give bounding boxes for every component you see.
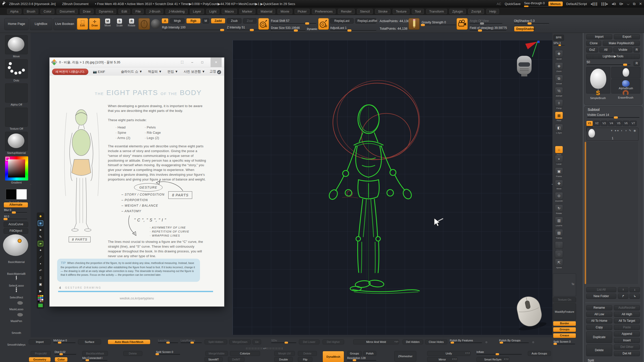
shelf-item[interactable]: Move [5, 35, 28, 58]
shelf-icon-button[interactable]: ⌖ Local [554, 155, 564, 165]
shelf-item-small[interactable]: SelectLasso [5, 276, 28, 287]
shelf-button[interactable]: Double [274, 357, 293, 362]
annotation-tool-button[interactable]: ▶ [38, 288, 43, 294]
duplicate-button[interactable]: Duplicate [586, 331, 612, 343]
menu-item[interactable]: Stroke [375, 9, 391, 14]
menu-item[interactable]: Transform [426, 9, 447, 14]
home-page-button[interactable]: Home Page [4, 18, 29, 30]
viewer-fullscreen-button[interactable]: ⛶ [178, 58, 186, 67]
shelf-icon-button[interactable]: ⌂ Gxyz [554, 146, 564, 156]
shelf-button[interactable]: Auto Groups [528, 351, 551, 356]
main-color-swatch[interactable] [6, 189, 16, 200]
m-toggle[interactable]: M [202, 18, 209, 24]
shelf-icon-button[interactable]: ◧ L.Sym [554, 124, 564, 134]
del-other-button[interactable]: Del Other [614, 344, 640, 350]
collapse-left-tray-icon[interactable]: ◂∥∥∥ [590, 2, 597, 6]
accucurve-button[interactable]: AccuCurve [4, 222, 28, 227]
subtool-tab[interactable]: V1 [586, 121, 593, 126]
camera-icon[interactable] [457, 18, 468, 30]
draw-size-slider[interactable]: Draw Size 533.19946 [271, 26, 306, 31]
shelf-button[interactable]: ZRemesher [394, 351, 416, 361]
shelf-button[interactable]: Del Higher [323, 339, 344, 344]
secondary-color-swatch[interactable] [16, 189, 27, 200]
mask-by-feature-button[interactable]: MaskByFeature [553, 303, 576, 320]
angle-of-view-slider[interactable]: Angle Of View [470, 19, 502, 24]
visible-count-slider[interactable]: Visible Count 14 [587, 113, 639, 118]
palette-color[interactable] [38, 301, 39, 302]
shelf-icon-button[interactable]: ░ Ghost [554, 241, 564, 251]
annotation-tool-button[interactable]: ➤ [38, 227, 43, 233]
shelf-slider[interactable]: Resolution 128 [347, 356, 376, 361]
see-through-slider[interactable]: See-through 0 [524, 1, 545, 7]
border-button[interactable]: Border [553, 321, 576, 326]
shelf-button[interactable]: MergeVisible [205, 351, 228, 356]
replay-last-button[interactable]: ReplayLast [330, 18, 354, 24]
new-folder-button[interactable]: New Folder [586, 294, 616, 299]
color-palette-grid[interactable] [38, 295, 43, 302]
menu-item[interactable]: Zscript [468, 9, 484, 14]
ac-toggle[interactable]: AC [497, 2, 501, 6]
menu-item[interactable]: Picker [295, 9, 310, 14]
shelf-slider[interactable]: Polish By Features [450, 339, 482, 343]
viewer-exif-button[interactable]: 📷 EXIF [93, 70, 105, 74]
annotation-tool-button[interactable]: ✦ [38, 248, 43, 253]
front-color-swatch[interactable]: A [162, 18, 169, 24]
palette-color[interactable] [42, 299, 43, 300]
shelf-item[interactable]: Dots [5, 59, 28, 82]
shelf-button[interactable]: MirrorX Y Z [427, 357, 457, 362]
menu-item[interactable]: J-Modeling [166, 9, 188, 14]
palette-color[interactable] [40, 299, 42, 300]
active-color-swatch[interactable] [38, 303, 43, 307]
tray-right-icon[interactable]: ⧉▸ [619, 2, 623, 6]
shelf-button[interactable]: Polish [363, 351, 376, 356]
menu-item[interactable]: J-Brush [146, 9, 163, 14]
shelf-slider[interactable]: SDiv [271, 339, 296, 343]
lightbox-tools-button[interactable]: Lightbox▶Tools [586, 54, 640, 59]
slider-r-button[interactable]: R [633, 61, 640, 66]
move-into-folder-button[interactable]: ↳ [629, 294, 640, 299]
viewer-minimize-button[interactable]: – [188, 58, 196, 67]
palette-color[interactable] [40, 301, 42, 302]
focal-shift-slider[interactable]: Focal Shift 57 [271, 19, 316, 24]
default-zscript-button[interactable]: DefaultZScript [566, 2, 587, 6]
rename-button[interactable]: Rename [586, 305, 612, 310]
shelf-item-small[interactable]: BasicMaterial [5, 252, 28, 263]
append-button[interactable]: Append [614, 331, 640, 337]
move-out-folder-button[interactable]: ↱ [618, 294, 628, 299]
menu-item[interactable]: Draw [80, 9, 94, 14]
annotation-tool-button[interactable]: ✎ [38, 234, 43, 240]
copy-subtool-button[interactable]: Copy [586, 325, 612, 330]
simplebrush-thumbnail[interactable]: S SimpleBrush [586, 89, 610, 103]
goz-r-button[interactable]: R [633, 47, 640, 53]
all-high-button[interactable]: All High [614, 312, 640, 317]
palette-color[interactable] [42, 301, 43, 302]
shelf-slider[interactable]: Polish By Groups [499, 339, 529, 343]
shelf-item[interactable]: Texture Off [5, 108, 28, 130]
polish-mode-dot[interactable] [532, 341, 535, 344]
draw-size-icon[interactable]: D [318, 18, 329, 30]
menu-item[interactable]: Stencil [357, 9, 373, 14]
color-picker[interactable]: Gradient [5, 156, 28, 184]
annotation-tool-button[interactable]: ◉ [38, 220, 43, 226]
menu-item[interactable]: Brush [24, 9, 38, 14]
rgb-toggle[interactable]: Rgb [186, 18, 201, 24]
paste-subtool-button[interactable]: Paste [614, 325, 640, 330]
all-to-home-button[interactable]: All To Home [586, 318, 612, 324]
subtool-tab[interactable]: V7 [630, 121, 637, 126]
shelf-button[interactable]: Uv [253, 339, 261, 344]
menu-item[interactable]: File [132, 9, 144, 14]
menu-item[interactable]: Movie [277, 9, 292, 14]
shelf-icon-button[interactable]: ◊ Persp [554, 99, 564, 109]
edit-mode-button[interactable]: ⬚ Edit [77, 18, 88, 30]
alternate-button[interactable]: Alternate [4, 202, 28, 208]
export-button[interactable]: Export [614, 34, 640, 39]
menu-item[interactable]: Zplugin [449, 9, 466, 14]
goz-button[interactable]: GoZ [586, 47, 598, 53]
honeyview-window[interactable]: 0 - 비율, 리듬 > 1 (9).jpg [1/20] - 꿀뷰 5.35 … [49, 57, 224, 307]
menu-item[interactable]: Tool [412, 9, 424, 14]
deep-shadow-button[interactable]: DeepShadow [514, 26, 534, 32]
minimize-button[interactable]: ⌵ [627, 2, 630, 6]
tool-slider-50[interactable]: 50 [587, 60, 630, 65]
menu-item[interactable]: Help [486, 9, 499, 14]
viewer-menu-item[interactable]: 편집 ▼ [167, 69, 178, 74]
